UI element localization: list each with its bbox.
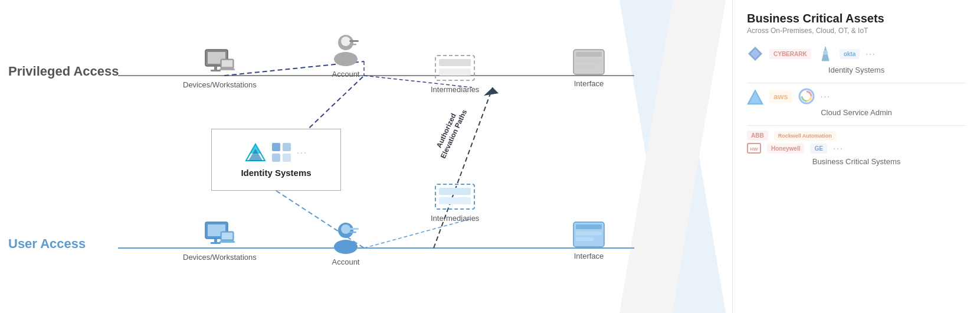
user-intermediaries-label: Intermediaries xyxy=(431,214,479,223)
user-account-icon xyxy=(330,221,361,254)
svg-rect-13 xyxy=(211,70,221,71)
priv-interface-icon xyxy=(572,48,605,76)
priv-device-icon xyxy=(203,48,236,77)
svg-rect-39 xyxy=(211,242,221,244)
priv-device-label: Devices/Workstations xyxy=(183,80,257,89)
svg-rect-28 xyxy=(576,65,594,69)
honeywell-logo: Honeywell xyxy=(767,144,804,154)
svg-point-18 xyxy=(341,37,350,46)
priv-intermediaries-label: Intermediaries xyxy=(431,85,479,94)
svg-rect-50 xyxy=(439,197,471,204)
priv-intermediaries-node: Intermediaries xyxy=(431,54,479,94)
svg-line-7 xyxy=(364,219,472,248)
sailpoint-logo-icon xyxy=(817,45,834,62)
svg-rect-26 xyxy=(576,52,602,57)
svg-rect-27 xyxy=(576,59,602,63)
cloud-logos-more: ··· xyxy=(821,92,831,101)
priv-account-icon xyxy=(330,33,361,66)
identity-box-icons: ··· xyxy=(245,142,307,163)
svg-rect-35 xyxy=(283,154,291,162)
user-account-node: Account xyxy=(330,221,361,266)
abb-logo: ABB xyxy=(747,131,768,141)
user-intermediaries-icon xyxy=(434,183,476,210)
svg-rect-46 xyxy=(349,228,359,230)
priv-interface-node: Interface xyxy=(572,48,605,88)
honeywell-logo-icon: HW xyxy=(747,143,761,154)
svg-marker-31 xyxy=(248,149,263,161)
svg-rect-21 xyxy=(349,44,356,45)
user-interface-label: Interface xyxy=(574,252,604,260)
identity-logos-more: ··· xyxy=(866,49,876,58)
priv-account-label: Account xyxy=(332,70,360,79)
user-device-node: Devices/Workstations xyxy=(183,221,257,262)
identity-systems-label: Identity Systems xyxy=(241,168,311,178)
svg-rect-20 xyxy=(349,40,359,42)
priv-account-node: Account xyxy=(330,33,361,79)
cloud-logos-row: aws ··· xyxy=(747,88,966,105)
svg-rect-54 xyxy=(576,237,594,241)
privileged-access-label: Privileged Access xyxy=(8,64,119,79)
cloud-section-title: Cloud Service Admin xyxy=(747,108,966,117)
svg-marker-9 xyxy=(484,87,499,96)
identity-section-title: Identity Systems xyxy=(747,66,966,74)
svg-rect-32 xyxy=(272,143,280,151)
priv-interface-label: Interface xyxy=(574,79,604,88)
svg-rect-47 xyxy=(349,232,356,233)
divider-1 xyxy=(747,83,966,83)
svg-point-45 xyxy=(334,240,358,254)
svg-rect-15 xyxy=(222,60,232,67)
svg-point-60 xyxy=(823,50,828,55)
right-panel: Business Critical Assets Across On-Premi… xyxy=(732,0,980,313)
svg-rect-16 xyxy=(219,69,235,70)
okta-logo: okta xyxy=(840,49,860,59)
svg-rect-49 xyxy=(439,188,471,195)
user-account-label: Account xyxy=(332,257,360,266)
user-interface-node: Interface xyxy=(572,221,605,260)
aws-logo: aws xyxy=(769,90,792,103)
svg-rect-24 xyxy=(439,69,471,76)
svg-point-44 xyxy=(341,224,350,234)
user-access-label: User Access xyxy=(8,236,86,252)
ping-logo-icon xyxy=(747,45,763,62)
panel-title: Business Critical Assets xyxy=(747,12,966,25)
identity-grid-icon xyxy=(271,142,292,163)
bcs-logos-row-2: HW Honeywell GE ··· xyxy=(747,143,966,154)
divider-2 xyxy=(747,125,966,126)
svg-rect-34 xyxy=(272,154,280,162)
bcs-logos-row: ABB Rockwell Automation xyxy=(747,131,966,141)
priv-device-node: Devices/Workstations xyxy=(183,48,257,89)
identity-logos-row: CYBERARK okta ··· xyxy=(747,45,966,62)
user-device-icon xyxy=(203,221,236,249)
gcp-logo-icon xyxy=(798,88,815,105)
svg-rect-42 xyxy=(219,241,235,243)
panel-section-identity: CYBERARK okta ··· Identity Systems xyxy=(747,45,966,74)
svg-point-19 xyxy=(334,52,358,66)
panel-section-bcs: ABB Rockwell Automation HW Honeywell GE … xyxy=(747,131,966,166)
svg-rect-52 xyxy=(576,224,602,229)
svg-rect-41 xyxy=(222,233,232,239)
user-device-label: Devices/Workstations xyxy=(183,253,257,262)
cyberark-logo: CYBERARK xyxy=(769,49,811,59)
azure-logo-icon xyxy=(747,88,763,105)
svg-rect-23 xyxy=(439,59,471,66)
elevation-label: Authorized Elevation Paths xyxy=(431,105,468,160)
svg-text:HW: HW xyxy=(750,146,758,152)
svg-rect-53 xyxy=(576,232,602,235)
azure-icon xyxy=(245,142,266,163)
panel-subtitle: Across On-Premises, Cloud, OT, & IoT xyxy=(747,27,966,35)
identity-systems-box: ··· Identity Systems xyxy=(211,129,341,191)
user-intermediaries-node: Intermediaries xyxy=(431,183,479,223)
svg-rect-33 xyxy=(283,143,291,151)
user-interface-icon xyxy=(572,221,605,248)
priv-intermediaries-icon xyxy=(434,54,476,81)
panel-section-cloud: aws ··· Cloud Service Admin xyxy=(747,88,966,117)
diagram-svg xyxy=(0,0,726,313)
diagram-area: Privileged Access User Access xyxy=(0,0,726,313)
rockwell-logo: Rockwell Automation xyxy=(774,131,836,141)
identity-more-dots: ··· xyxy=(297,148,307,157)
bcs-logos-more: ··· xyxy=(833,144,844,153)
bcs-section-title: Business Critical Systems xyxy=(747,157,966,166)
bg-x-shape xyxy=(620,0,726,313)
ge-logo: GE xyxy=(810,144,827,154)
